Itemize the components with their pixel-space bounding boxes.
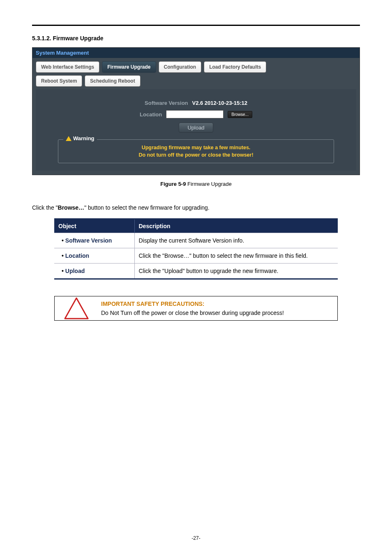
panel-title: System Management (32, 48, 360, 58)
location-label: Location (140, 111, 162, 118)
safety-box: IMPORTANT SAFETY PRECAUTIONS: Do Not Tur… (54, 296, 338, 321)
software-version-value: V2.6 2012-10-23-15:12 (192, 100, 247, 106)
tab-web-interface-settings[interactable]: Web Interface Settings (36, 61, 99, 73)
section-title: Firmware Upgrade (53, 35, 104, 42)
triangle-warning-icon (64, 297, 89, 320)
software-version-label: Software Version (145, 100, 188, 106)
safety-icon-cell (55, 296, 98, 320)
object-label: Software Version (58, 237, 112, 244)
tab-load-factory-defaults[interactable]: Load Factory Defaults (204, 61, 266, 73)
figure-text: Firmware Upgrade (186, 181, 231, 187)
object-description: Click the "Upload" button to upgrade the… (134, 264, 338, 279)
warning-icon (66, 136, 71, 141)
warning-legend-text: Warning (73, 135, 95, 141)
safety-body: Do Not Turn off the power or close the b… (101, 310, 334, 316)
section-number: 5.3.1.2. (32, 35, 51, 42)
instruction-bold: Browse… (58, 204, 85, 211)
tab-firmware-upgrade[interactable]: Firmware Upgrade (102, 61, 156, 73)
table-header-object: Object (54, 219, 134, 233)
tab-reboot-system[interactable]: Reboot System (36, 75, 82, 87)
safety-text-cell: IMPORTANT SAFETY PRECAUTIONS: Do Not Tur… (98, 296, 337, 320)
parameter-table: Object Description Software Version Disp… (54, 218, 338, 280)
tab-row-1: Web Interface Settings Firmware Upgrade … (36, 61, 356, 73)
tab-area: Web Interface Settings Firmware Upgrade … (32, 58, 360, 175)
warning-box: Warning Upgrading firmware may take a fe… (58, 139, 334, 163)
safety-header: IMPORTANT SAFETY PRECAUTIONS: (101, 301, 334, 307)
tab-scheduling-reboot[interactable]: Scheduling Reboot (85, 75, 140, 87)
figure-caption: Figure 5-9 Firmware Upgrade (32, 181, 360, 187)
object-label: Upload (58, 268, 85, 274)
instruction-post: " button to select the new firmware for … (84, 204, 210, 211)
instruction-pre: Click the " (32, 204, 58, 211)
table-row: Upload Click the "Upload" button to upgr… (54, 264, 338, 279)
upload-button[interactable]: Upload (179, 123, 213, 133)
page-top-rule (32, 25, 360, 26)
software-version-row: Software Version V2.6 2012-10-23-15:12 (40, 100, 352, 106)
table-header-description: Description (134, 219, 338, 233)
object-label: Location (58, 252, 89, 259)
object-description: Display the current Software Version inf… (134, 233, 338, 248)
panel-body: Software Version V2.6 2012-10-23-15:12 L… (36, 89, 356, 171)
upload-row: Upload (40, 123, 352, 133)
warning-legend: Warning (63, 135, 97, 141)
table-row: Location Click the "Browse…" button to s… (54, 248, 338, 264)
warning-lines: Upgrading firmware may take a few minute… (64, 144, 328, 159)
section-heading: 5.3.1.2. Firmware Upgrade (32, 35, 360, 42)
location-row: Location Browse... (40, 110, 352, 118)
svg-marker-0 (65, 298, 88, 319)
warning-line-2: Do not turn off the power or close the b… (64, 151, 328, 159)
table-row: Software Version Display the current Sof… (54, 233, 338, 248)
page-number: -27- (0, 535, 392, 541)
tab-row-2: Reboot System Scheduling Reboot (36, 75, 356, 87)
instruction-line: Click the "Browse…" button to select the… (32, 204, 360, 211)
warning-line-1: Upgrading firmware may take a few minute… (64, 144, 328, 151)
object-description: Click the "Browse…" button to select the… (134, 248, 338, 264)
system-management-panel: System Management Web Interface Settings… (32, 47, 360, 175)
browse-button[interactable]: Browse... (228, 111, 252, 118)
location-file-input[interactable] (166, 110, 224, 118)
tab-configuration[interactable]: Configuration (159, 61, 202, 73)
figure-number: Figure 5-9 (160, 181, 186, 187)
